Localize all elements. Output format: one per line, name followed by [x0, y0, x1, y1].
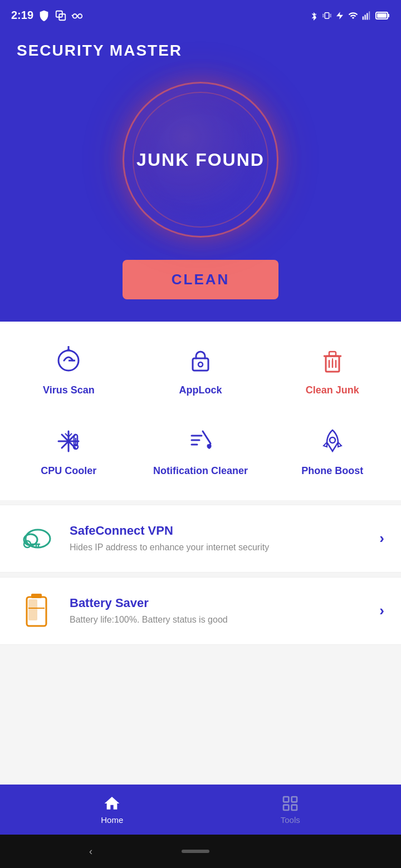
cpu-cooler-label: CPU Cooler: [41, 465, 96, 477]
svg-line-45: [203, 431, 211, 443]
nav-tools[interactable]: Tools: [258, 789, 322, 830]
back-button[interactable]: ‹: [89, 846, 92, 857]
feature-grid-card: Virus Scan AppLock: [0, 322, 401, 500]
orb-text: JUNK FOUND: [136, 150, 265, 170]
svg-rect-6: [325, 12, 329, 18]
shield-icon: [38, 9, 50, 22]
vpn-text: SafeConnect VPN Hides IP address to enha…: [70, 524, 365, 554]
android-nav-bar: ‹: [0, 835, 401, 868]
vpn-desc: Hides IP address to enhance your interne…: [70, 541, 365, 554]
home-indicator[interactable]: [182, 850, 209, 853]
svg-rect-14: [363, 16, 364, 19]
app-title: SECURITY MASTER: [17, 42, 384, 60]
wifi-icon: [348, 11, 359, 21]
phone-boost-icon: [316, 425, 349, 458]
time-display: 2:19: [11, 9, 33, 22]
feature-applock[interactable]: AppLock: [138, 333, 264, 408]
battery-saver-icon: [17, 591, 56, 630]
orb-visual: JUNK FOUND: [123, 82, 278, 238]
nav-home[interactable]: Home: [79, 789, 145, 830]
svg-rect-24: [193, 358, 208, 371]
battery-title: Battery Saver: [70, 596, 365, 610]
svg-rect-54: [31, 594, 42, 598]
svg-rect-20: [388, 14, 389, 17]
svg-point-46: [330, 437, 335, 443]
clean-button[interactable]: CLEAN: [123, 260, 278, 299]
battery-text: Battery Saver Battery life:100%. Battery…: [70, 596, 365, 626]
feature-grid: Virus Scan AppLock: [6, 333, 395, 489]
svg-marker-13: [336, 12, 343, 19]
svg-line-5: [72, 15, 73, 16]
junk-orb[interactable]: JUNK FOUND: [117, 76, 284, 243]
phone-boost-label: Phone Boost: [301, 465, 363, 477]
vpn-arrow: ›: [379, 530, 384, 547]
battery-card[interactable]: Battery Saver Battery life:100%. Battery…: [0, 577, 401, 645]
svg-rect-15: [365, 14, 366, 19]
feature-clean-junk[interactable]: ! Clean Junk: [269, 333, 395, 408]
bottom-nav: Home Tools: [0, 785, 401, 835]
copy-icon: [55, 9, 67, 22]
bluetooth-icon: [309, 11, 319, 21]
battery-icon: [375, 11, 390, 20]
feature-notification-cleaner[interactable]: Notification Cleaner: [138, 413, 264, 489]
virus-scan-icon: [52, 344, 85, 377]
clean-junk-icon: !: [316, 344, 349, 377]
clean-junk-label: Clean Junk: [306, 384, 359, 397]
virus-scan-label: Virus Scan: [43, 384, 95, 397]
home-nav-icon: [103, 795, 121, 812]
vpn-title: SafeConnect VPN: [70, 524, 365, 538]
vibrate-icon: [322, 11, 332, 21]
battery-desc: Battery life:100%. Battery status is goo…: [70, 614, 365, 626]
glasses-icon: [71, 9, 84, 22]
main-content: Virus Scan AppLock: [0, 322, 401, 785]
notification-cleaner-label: Notification Cleaner: [153, 465, 248, 477]
svg-rect-16: [366, 13, 368, 19]
svg-point-3: [78, 14, 82, 18]
tools-nav-label: Tools: [281, 815, 300, 825]
cpu-cooler-icon: [52, 425, 85, 458]
svg-point-25: [198, 362, 203, 367]
vpn-icon: [17, 519, 56, 558]
svg-rect-28: [329, 352, 336, 356]
signal-icon: [362, 11, 372, 21]
svg-rect-55: [28, 599, 37, 620]
vpn-card[interactable]: SafeConnect VPN Hides IP address to enha…: [0, 505, 401, 572]
notification-cleaner-icon: [184, 425, 217, 458]
status-bar: 2:19: [0, 0, 401, 31]
svg-rect-17: [369, 11, 370, 19]
hero-section: JUNK FOUND CLEAN: [0, 65, 401, 322]
tools-nav-icon: [281, 795, 299, 812]
svg-rect-59: [283, 805, 288, 810]
feature-phone-boost[interactable]: Phone Boost: [269, 413, 395, 489]
svg-rect-19: [377, 13, 387, 18]
status-time: 2:19: [11, 9, 84, 22]
svg-point-2: [73, 14, 77, 18]
app-header: SECURITY MASTER: [0, 31, 401, 65]
applock-label: AppLock: [179, 384, 222, 397]
flash-icon: [335, 11, 344, 20]
home-nav-label: Home: [101, 815, 123, 825]
feature-cpu-cooler[interactable]: CPU Cooler: [6, 413, 132, 489]
status-right-icons: [309, 11, 390, 21]
battery-arrow: ›: [379, 602, 384, 619]
svg-text:!: !: [331, 357, 334, 366]
svg-rect-57: [283, 797, 288, 802]
applock-icon: [184, 344, 217, 377]
svg-rect-60: [292, 805, 297, 810]
card-divider: [0, 572, 401, 573]
svg-rect-58: [292, 797, 297, 802]
feature-virus-scan[interactable]: Virus Scan: [6, 333, 132, 408]
